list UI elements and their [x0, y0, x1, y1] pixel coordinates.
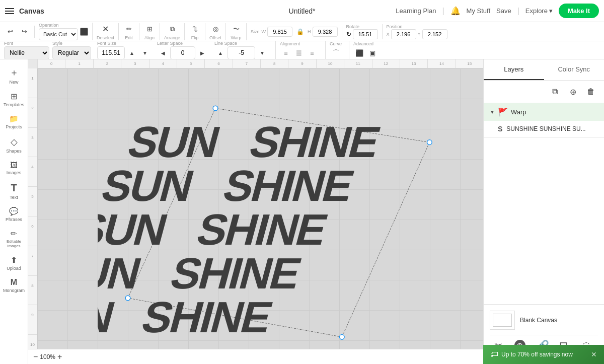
zoom-level: 100% — [40, 353, 55, 360]
advanced-button1[interactable]: ⬛ — [353, 47, 365, 59]
width-input[interactable] — [267, 27, 292, 37]
letter-space-increase[interactable]: ▶ — [196, 47, 208, 59]
align-center-button[interactable]: ☰ — [293, 47, 305, 59]
deselect-button[interactable]: ✕ — [100, 23, 112, 35]
font-size-input[interactable] — [97, 46, 125, 59]
letter-space-input[interactable] — [170, 46, 195, 59]
line-space-increase[interactable]: ▼ — [256, 47, 268, 59]
warp-label: Warp — [231, 35, 241, 40]
svg-point-3 — [427, 140, 432, 145]
flip-label: Flip — [191, 35, 199, 40]
edit-button[interactable]: ✏ — [123, 23, 135, 35]
font-select[interactable]: Nellie — [4, 46, 49, 59]
sidebar-item-phrases[interactable]: 💬 Phrases — [2, 204, 27, 225]
position-label: Position — [387, 24, 447, 29]
tab-color-sync[interactable]: Color Sync — [544, 59, 605, 80]
advanced-label: Advanced — [353, 41, 379, 46]
make-it-button[interactable]: Make It — [559, 4, 599, 18]
font-size-down[interactable]: ▼ — [139, 47, 151, 59]
font-size-up[interactable]: ▲ — [126, 47, 138, 59]
sidebar-label-templates: Templates — [4, 102, 24, 107]
sidebar-item-new[interactable]: ＋ New — [2, 63, 27, 88]
x-input[interactable] — [391, 29, 416, 39]
height-input[interactable] — [313, 27, 338, 37]
sidebar-item-text[interactable]: T Text — [2, 179, 27, 203]
arrange-button[interactable]: ⧉ — [166, 23, 178, 35]
new-icon: ＋ — [10, 66, 19, 79]
alignment-label: Alignment — [280, 41, 318, 46]
style-label: Style — [52, 41, 91, 46]
operation-label: Operation — [39, 23, 78, 28]
style-select[interactable]: Regular — [52, 46, 91, 59]
sidebar-item-monogram[interactable]: M Monogram — [2, 275, 27, 296]
canvas-area[interactable]: 0 1 2 3 4 5 6 7 8 9 10 11 12 13 14 15 1 — [28, 59, 483, 364]
curve-button[interactable]: ⌒ — [330, 47, 342, 59]
promo-banner: 🏷 Up to 70% off savings now ✕ — [483, 345, 604, 364]
svg-text:SUN: SUN — [98, 293, 119, 341]
right-panel: Layers Color Sync ⧉ ⊕ 🗑 ▼ 🚩 Warp S — [483, 59, 604, 364]
close-promo-button[interactable]: ✕ — [591, 350, 597, 358]
zoom-out-button[interactable]: − — [33, 352, 38, 361]
x-label: X — [387, 32, 390, 37]
sidebar-label-upload: Upload — [7, 266, 21, 271]
sidebar-item-templates[interactable]: ⊞ Templates — [2, 89, 27, 110]
topbar: Canvas Untitled* Learning Plan | 🔔 My St… — [0, 0, 604, 22]
images-icon: 🖼 — [10, 161, 18, 169]
line-space-decrease[interactable]: ▲ — [214, 47, 226, 59]
letter-space-decrease[interactable]: ◀ — [157, 47, 169, 59]
zoom-in-button[interactable]: + — [57, 352, 62, 361]
sidebar-item-upload[interactable]: ⬆ Upload — [2, 252, 27, 274]
curve-label: Curve — [330, 41, 342, 46]
advanced-button2[interactable]: ▣ — [366, 47, 379, 59]
tab-layers[interactable]: Layers — [484, 59, 544, 80]
rotate-input[interactable] — [353, 29, 378, 39]
chevron-down-icon: ▾ — [549, 7, 553, 15]
offset-button[interactable]: ◎ — [209, 23, 221, 35]
panel-copy-button[interactable]: ⧉ — [548, 85, 562, 99]
monogram-icon: M — [11, 278, 17, 287]
align-left-button[interactable]: ≡ — [280, 47, 292, 59]
canvas-workspace[interactable]: SUN SHINE SUN SHINE SUN — [37, 68, 483, 349]
divider2: | — [517, 7, 519, 16]
flip-button[interactable]: ⇅ — [189, 23, 201, 35]
learning-plan[interactable]: Learning Plan — [396, 7, 436, 15]
redo-button[interactable]: ↪ — [18, 26, 30, 38]
canvas-preview: Blank Canvas — [490, 311, 598, 330]
doc-title[interactable]: Untitled* — [289, 7, 316, 15]
letter-space-label: Letter Space — [157, 41, 208, 46]
svg-text:SHINE: SHINE — [218, 161, 358, 210]
ruler-left: 1 2 3 4 5 6 7 8 9 10 — [28, 68, 37, 364]
warp-button[interactable]: 〜 — [230, 23, 242, 35]
sidebar-item-editable-images[interactable]: ✏ Editable Images — [2, 226, 27, 251]
svg-text:SUN: SUN — [123, 117, 224, 166]
lock-icon[interactable]: 🔒 — [294, 26, 306, 38]
warp-text-element[interactable]: SUN SHINE SUN SHINE SUN — [98, 94, 450, 349]
line-space-input[interactable] — [228, 46, 255, 59]
layer-item-sunshine[interactable]: S SUNSHINE SUNSHINE SU... — [484, 121, 604, 137]
font-toolbar: Font Nellie Style Regular Font Size ▲ ▼ … — [0, 41, 604, 59]
sidebar-item-shapes[interactable]: ◇ Shapes — [2, 133, 27, 157]
sidebar-item-projects[interactable]: 📁 Projects — [2, 111, 27, 132]
promo-text: Up to 70% off savings now — [501, 351, 573, 358]
align-right-button[interactable]: ≡ — [306, 47, 318, 59]
operation-select[interactable]: Basic Cut — [39, 28, 78, 40]
canvas-thumbnail[interactable] — [490, 311, 515, 330]
sidebar-item-images[interactable]: 🖼 Images — [2, 158, 27, 178]
save-link[interactable]: Save — [496, 7, 511, 15]
explore-button[interactable]: Explore ▾ — [525, 7, 553, 15]
y-label: Y — [418, 32, 421, 37]
panel-delete-button[interactable]: 🗑 — [584, 85, 598, 99]
bell-icon[interactable]: 🔔 — [450, 6, 461, 16]
y-input[interactable] — [422, 29, 447, 39]
color-swatch[interactable] — [80, 28, 88, 36]
layer-group-header-warp[interactable]: ▼ 🚩 Warp — [484, 103, 604, 121]
text-icon: T — [11, 182, 17, 194]
promo-icon: 🏷 — [490, 350, 498, 359]
panel-duplicate-button[interactable]: ⊕ — [566, 85, 580, 99]
svg-point-4 — [340, 335, 345, 340]
sidebar-label-phrases: Phrases — [6, 217, 22, 222]
align-button[interactable]: ⊞ — [143, 23, 156, 35]
undo-button[interactable]: ↩ — [4, 26, 16, 38]
hamburger-menu[interactable] — [5, 8, 14, 14]
my-stuff-link[interactable]: My Stuff — [467, 7, 490, 15]
